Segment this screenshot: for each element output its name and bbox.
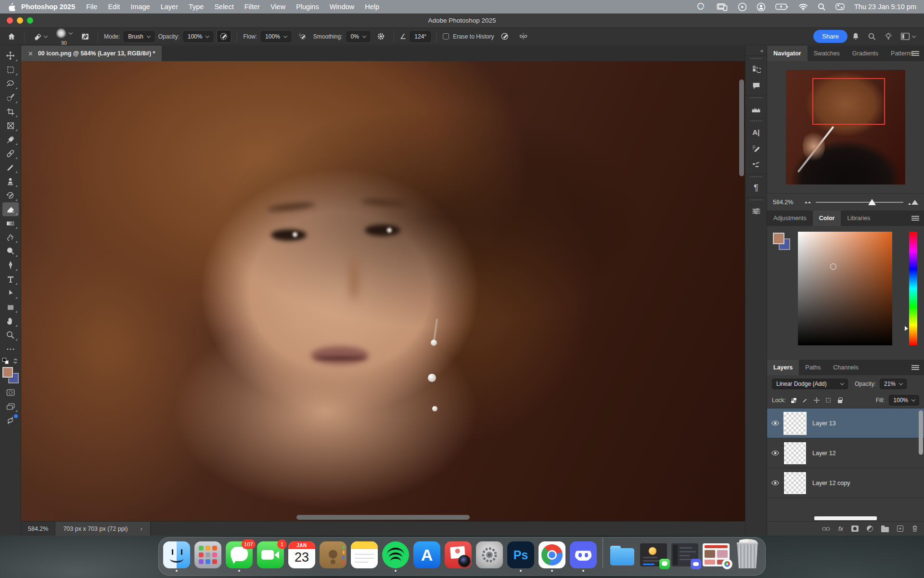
tab-layers[interactable]: Layers xyxy=(767,360,799,375)
fill-select[interactable]: 100% xyxy=(889,395,919,406)
dock-messages-icon[interactable]: 107 xyxy=(225,541,253,572)
brushes-panel-icon[interactable] xyxy=(747,157,765,173)
edit-toolbar-button[interactable] xyxy=(2,342,19,356)
navigator-panel-menu-icon[interactable] xyxy=(911,51,919,56)
brush-tool[interactable] xyxy=(2,160,19,174)
new-group-icon[interactable] xyxy=(881,527,889,532)
dock-settings-icon[interactable] xyxy=(475,541,503,572)
home-button[interactable] xyxy=(5,31,18,42)
layer-thumbnail[interactable] xyxy=(783,442,807,465)
canvas-horizontal-scrollbar[interactable] xyxy=(296,515,470,520)
battery-icon[interactable] xyxy=(775,3,789,10)
mode-select[interactable]: Brush xyxy=(124,31,154,42)
hue-pointer-icon[interactable] xyxy=(905,326,908,331)
dock-launchpad-icon[interactable] xyxy=(194,541,222,572)
crop-tool[interactable] xyxy=(2,105,19,118)
hue-slider[interactable] xyxy=(909,232,917,345)
saturation-brightness-field[interactable] xyxy=(798,232,892,345)
path-selection-tool[interactable] xyxy=(2,286,19,300)
menu-edit[interactable]: Edit xyxy=(103,3,125,11)
comments-panel-icon[interactable] xyxy=(747,78,765,94)
layer-row-layer-13[interactable]: Layer 13 xyxy=(767,408,924,438)
menu-layer[interactable]: Layer xyxy=(155,3,183,11)
dock-photobooth-icon[interactable] xyxy=(444,541,472,572)
layer-visibility-eye-icon[interactable] xyxy=(767,450,783,456)
smoothing-select[interactable]: 0% xyxy=(346,31,370,42)
zoom-in-icon[interactable] xyxy=(908,200,918,205)
frame-tool[interactable] xyxy=(2,118,19,132)
canvas-vertical-scrollbar[interactable] xyxy=(739,79,744,176)
tab-adjustments[interactable]: Adjustments xyxy=(767,210,813,226)
pen-tool[interactable] xyxy=(2,258,19,272)
dock-calendar-icon[interactable]: JAN 23 xyxy=(288,541,316,572)
tab-libraries[interactable]: Libraries xyxy=(841,210,876,226)
lock-transparency-icon[interactable] xyxy=(790,397,797,404)
delete-layer-trash-icon[interactable] xyxy=(911,525,918,532)
screen-mode-button[interactable] xyxy=(2,399,19,413)
menu-window[interactable]: Window xyxy=(324,3,360,11)
layer-effects-fx-icon[interactable]: fx xyxy=(838,525,843,532)
opacity-select[interactable]: 100% xyxy=(183,31,214,42)
discover-lightbulb-icon[interactable] xyxy=(884,32,893,41)
pressure-opacity-toggle[interactable] xyxy=(217,30,231,42)
blend-mode-select[interactable]: Linear Dodge (Add) xyxy=(772,379,848,389)
window-title-bar[interactable]: Adobe Photoshop 2025 xyxy=(0,13,924,28)
menu-app-name[interactable]: Photoshop 2025 xyxy=(15,3,81,11)
brush-settings-panel-icon[interactable] xyxy=(747,140,765,157)
minimize-window-button[interactable] xyxy=(17,17,23,24)
navigator-proxy-view-rect[interactable] xyxy=(812,78,885,125)
menu-type[interactable]: Type xyxy=(183,3,209,11)
lock-pixels-icon[interactable] xyxy=(802,397,809,404)
tab-gradients[interactable]: Gradients xyxy=(846,46,885,61)
dock-trash-icon[interactable] xyxy=(733,541,761,572)
histogram-panel-icon[interactable] xyxy=(747,101,765,117)
move-tool[interactable] xyxy=(2,49,19,63)
new-layer-icon[interactable]: + xyxy=(897,525,903,532)
layer-thumbnail[interactable] xyxy=(783,412,807,435)
paint-symmetry-toggle[interactable] xyxy=(516,30,531,42)
default-colors-icon[interactable] xyxy=(2,358,9,364)
menu-file[interactable]: File xyxy=(81,3,103,11)
menubar-clock[interactable]: Thu 23 Jan 5:10 pm xyxy=(854,3,916,11)
status-zoom-field[interactable]: 584.2% xyxy=(21,522,55,536)
apple-menu-icon[interactable] xyxy=(8,2,15,11)
eraser-tool[interactable] xyxy=(2,202,19,216)
play-status-icon[interactable] xyxy=(738,2,747,12)
dock-facetime-icon[interactable]: 1 xyxy=(257,541,284,572)
brush-angle-field[interactable]: 124° xyxy=(410,31,431,42)
expand-panels-icon[interactable]: « xyxy=(757,47,767,55)
tool-preset-picker[interactable] xyxy=(30,31,50,42)
dock-spotify-icon[interactable] xyxy=(382,541,410,572)
tab-paths[interactable]: Paths xyxy=(799,360,827,375)
dock-minimized-discord-window[interactable] xyxy=(671,543,699,572)
dock-discord-icon[interactable] xyxy=(569,541,597,572)
close-document-icon[interactable]: ✕ xyxy=(28,50,33,57)
quick-selection-tool[interactable] xyxy=(2,91,19,105)
color-foreground-swatch[interactable] xyxy=(773,233,784,244)
search-icon[interactable] xyxy=(868,32,876,41)
status-dimensions[interactable]: 703 px x 703 px (72 ppi) › xyxy=(55,522,150,536)
clone-stamp-tool[interactable] xyxy=(2,174,19,188)
lock-all-icon[interactable] xyxy=(836,397,844,404)
airbrush-toggle[interactable] xyxy=(295,30,309,42)
dock-minimized-chrome-window[interactable] xyxy=(702,543,730,572)
layers-opacity-select[interactable]: 21% xyxy=(880,379,907,389)
rotate-view-ai-button[interactable] xyxy=(2,413,19,427)
navigator-zoom-slider[interactable] xyxy=(816,199,903,206)
dock-notes-icon[interactable] xyxy=(350,541,378,572)
notifications-bell-icon[interactable] xyxy=(851,32,860,41)
zoom-tool[interactable] xyxy=(2,328,19,342)
gradient-tool[interactable] xyxy=(2,216,19,230)
eyedropper-tool[interactable] xyxy=(2,132,19,146)
menu-view[interactable]: View xyxy=(265,3,291,11)
navigator-zoom-value[interactable]: 584.2% xyxy=(773,199,793,206)
canvas-viewport[interactable] xyxy=(21,61,745,521)
wifi-icon[interactable] xyxy=(798,3,808,11)
tab-channels[interactable]: Channels xyxy=(827,360,865,375)
color-panel-menu-icon[interactable] xyxy=(911,216,919,221)
swap-colors-icon[interactable] xyxy=(12,358,19,364)
history-brush-tool[interactable] xyxy=(2,188,19,202)
erase-to-history-checkbox[interactable] xyxy=(443,33,449,39)
layer-name[interactable]: Layer 12 copy xyxy=(812,480,850,486)
lock-position-icon[interactable] xyxy=(813,397,821,404)
